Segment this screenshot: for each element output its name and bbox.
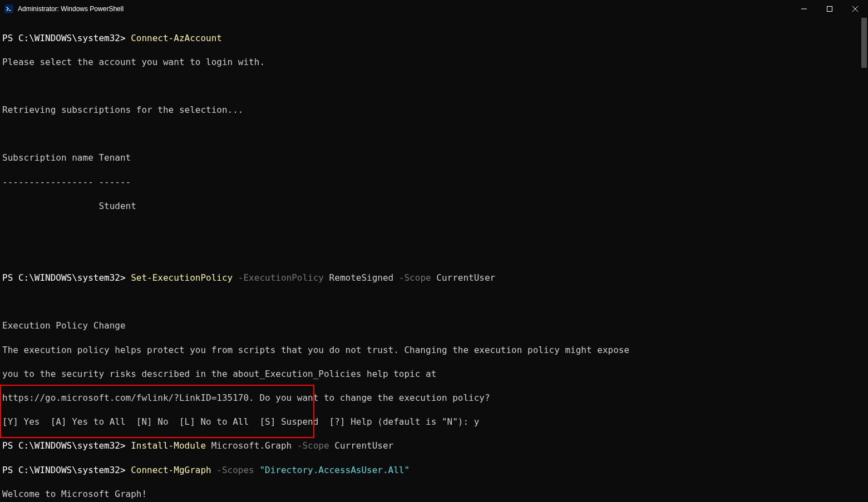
param-text: -Scope: [292, 440, 329, 451]
output-line: Student: [2, 200, 866, 212]
prompt: PS C:\WINDOWS\system32>: [2, 465, 131, 475]
svg-rect-3: [827, 7, 832, 12]
output-line: Please select the account you want to lo…: [2, 56, 866, 68]
value-text: RemoteSigned: [324, 272, 393, 283]
window-titlebar: Administrator: Windows PowerShell: [0, 0, 868, 18]
maximize-button[interactable]: [817, 0, 842, 18]
output-line: [2, 80, 866, 92]
powershell-icon: [4, 4, 13, 13]
prompt: PS C:\WINDOWS\system32>: [2, 440, 131, 451]
output-line: https://go.microsoft.com/fwlink/?LinkID=…: [2, 392, 866, 404]
command-text: Connect-MgGraph: [131, 465, 211, 475]
output-line: ----------------- ------: [2, 176, 866, 188]
param-text: -Scope: [393, 272, 431, 283]
output-line: Welcome to Microsoft Graph!: [2, 488, 866, 500]
output-line: Retrieving subscriptions for the selecti…: [2, 104, 866, 116]
output-line: Execution Policy Change: [2, 320, 866, 332]
output-line: [Y] Yes [A] Yes to All [N] No [L] No to …: [2, 416, 866, 428]
value-text: Microsoft.Graph: [206, 440, 292, 451]
param-text: -Scopes: [211, 465, 254, 475]
output-line: The execution policy helps protect you f…: [2, 344, 866, 356]
output-line: Subscription name Tenant: [2, 152, 866, 164]
output-line: [2, 128, 866, 140]
window-title: Administrator: Windows PowerShell: [18, 4, 791, 13]
output-line: [2, 224, 866, 236]
prompt: PS C:\WINDOWS\system32>: [2, 33, 131, 43]
prompt: PS C:\WINDOWS\system32>: [2, 272, 131, 283]
minimize-button[interactable]: [791, 0, 817, 18]
command-text: Install-Module: [131, 440, 206, 451]
output-line: [2, 296, 866, 308]
value-text: CurrentUser: [431, 272, 496, 283]
output-line: you to the security risks described in t…: [2, 368, 866, 380]
window-controls: [791, 0, 868, 18]
command-text: Connect-AzAccount: [131, 33, 222, 43]
string-text: "Directory.AccessAsUser.All": [254, 465, 410, 475]
terminal-area[interactable]: PS C:\WINDOWS\system32> Connect-AzAccoun…: [0, 18, 868, 502]
param-text: -ExecutionPolicy: [233, 272, 324, 283]
close-button[interactable]: [842, 0, 868, 18]
output-line: [2, 248, 866, 260]
value-text: CurrentUser: [329, 440, 394, 451]
command-text: Set-ExecutionPolicy: [131, 272, 233, 283]
